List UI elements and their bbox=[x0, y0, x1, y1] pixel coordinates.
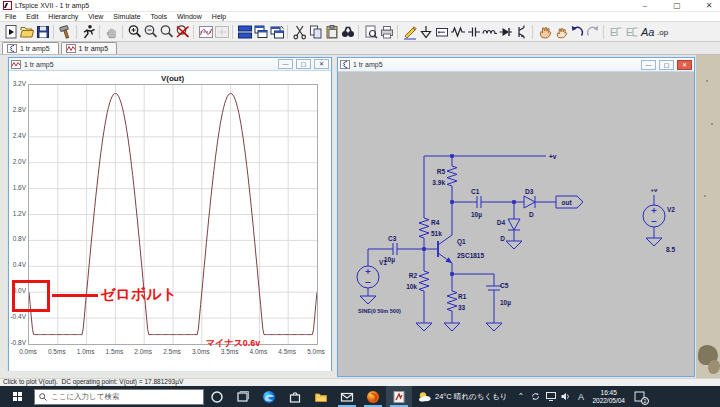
open-icon[interactable] bbox=[19, 24, 35, 40]
label-c3-name[interactable]: C3 bbox=[388, 235, 397, 242]
label-v1-name[interactable]: V1 bbox=[379, 259, 387, 266]
ground-icon[interactable] bbox=[418, 24, 434, 40]
tray-chevron-up-icon[interactable]: ⌃ bbox=[513, 386, 528, 407]
minimize-button[interactable]: – bbox=[634, 0, 656, 11]
diode-icon[interactable] bbox=[498, 24, 514, 40]
drag-icon[interactable] bbox=[553, 24, 569, 40]
schematic-window-titlebar[interactable]: 1 tr amp5 — ▢ ✕ bbox=[338, 58, 694, 72]
menu-item-file[interactable]: File bbox=[0, 12, 21, 21]
schematic-canvas[interactable]: out+v+vR53.9kR451kR210kR133C310µC110µC51… bbox=[338, 72, 694, 376]
menu-item-hierarchy[interactable]: Hierarchy bbox=[43, 12, 83, 21]
cascade-windows-icon[interactable] bbox=[253, 24, 269, 40]
label-r2-name[interactable]: R2 bbox=[409, 272, 418, 279]
wire-icon[interactable] bbox=[402, 24, 418, 40]
plot-pane[interactable]: V(out) 3.2V2.8V2.4V2.0V1.6V1.2V0.8V0.4V0… bbox=[9, 71, 331, 371]
waveform-close-button[interactable]: ✕ bbox=[314, 59, 329, 69]
copy-icon[interactable] bbox=[308, 24, 324, 40]
menu-item-view[interactable]: View bbox=[83, 12, 108, 21]
taskbar-app-mail[interactable] bbox=[334, 386, 360, 407]
label-d3-name[interactable]: D3 bbox=[525, 188, 534, 195]
run-icon[interactable] bbox=[81, 24, 97, 40]
paste-icon[interactable] bbox=[324, 24, 340, 40]
net-label-rail[interactable]: +v bbox=[549, 153, 557, 160]
label-c1-name[interactable]: C1 bbox=[471, 188, 480, 195]
net-label-v2[interactable]: +v bbox=[651, 187, 659, 193]
label-d4-name[interactable]: D4 bbox=[497, 219, 506, 226]
start-button[interactable] bbox=[0, 386, 34, 407]
label-q1-name[interactable]: Q1 bbox=[457, 238, 466, 246]
waveform-maximize-button[interactable]: ▢ bbox=[296, 59, 311, 69]
menu-item-help[interactable]: Help bbox=[207, 12, 231, 21]
label-r5-name[interactable]: R5 bbox=[437, 168, 446, 175]
label-r1-value[interactable]: 33 bbox=[458, 304, 466, 311]
taskbar-app-firefox[interactable] bbox=[360, 386, 386, 407]
label-c5-value[interactable]: 10µ bbox=[500, 299, 511, 307]
find-icon[interactable] bbox=[340, 24, 356, 40]
spice-directive-icon[interactable]: .op bbox=[656, 24, 672, 40]
tray-network-icon[interactable] bbox=[543, 386, 558, 407]
label-r5-value[interactable]: 3.9k bbox=[432, 179, 445, 186]
taskbar-app-edge[interactable] bbox=[256, 386, 282, 407]
net-label-out[interactable]: out bbox=[561, 199, 572, 206]
label-v2-name[interactable]: V2 bbox=[667, 206, 675, 213]
menu-item-edit[interactable]: Edit bbox=[21, 12, 43, 21]
label-r2-value[interactable]: 10k bbox=[406, 283, 417, 290]
label-r4-name[interactable]: R4 bbox=[431, 219, 440, 226]
bjt-icon[interactable] bbox=[514, 24, 530, 40]
inductor-icon[interactable] bbox=[482, 24, 498, 40]
tray-volume-icon[interactable] bbox=[558, 386, 573, 407]
label-r4-value[interactable]: 51k bbox=[431, 230, 442, 237]
label-d3-value[interactable]: D bbox=[529, 211, 534, 218]
new-schematic-icon[interactable] bbox=[3, 24, 19, 40]
zoom-in-icon[interactable] bbox=[127, 24, 143, 40]
taskbar-app-ltspice[interactable] bbox=[386, 386, 412, 407]
net-label-icon[interactable] bbox=[434, 24, 450, 40]
move-icon[interactable] bbox=[537, 24, 553, 40]
save-icon[interactable] bbox=[35, 24, 51, 40]
schematic-maximize-button[interactable]: ▢ bbox=[659, 60, 674, 70]
label-c1-value[interactable]: 10µ bbox=[471, 211, 482, 219]
label-c5-name[interactable]: C5 bbox=[500, 282, 509, 289]
taskbar-app-task-view[interactable] bbox=[230, 386, 256, 407]
zoom-out-icon[interactable] bbox=[143, 24, 159, 40]
schematic-minimize-button[interactable]: — bbox=[641, 60, 656, 70]
capacitor-icon[interactable] bbox=[466, 24, 482, 40]
taskbar-app-store[interactable] bbox=[282, 386, 308, 407]
menu-item-tools[interactable]: Tools bbox=[146, 12, 172, 21]
fade-e1-icon[interactable]: E bbox=[608, 24, 624, 40]
redo-icon[interactable] bbox=[585, 24, 601, 40]
undo-icon[interactable] bbox=[569, 24, 585, 40]
resistor-icon[interactable] bbox=[450, 24, 466, 40]
search-input[interactable]: ここに入力して検索 bbox=[34, 389, 204, 405]
zoom-back-icon[interactable] bbox=[159, 24, 175, 40]
zoom-full-icon[interactable] bbox=[175, 24, 191, 40]
waveform-window-titlebar[interactable]: 1 tr amp5 — ▢ ✕ bbox=[9, 58, 331, 71]
text-icon[interactable]: Aa bbox=[640, 24, 656, 40]
taskbar-app-cortana[interactable] bbox=[204, 386, 230, 407]
close-button[interactable]: ✕ bbox=[698, 0, 720, 11]
control-panel-icon[interactable] bbox=[58, 24, 74, 40]
taskbar-clock[interactable]: 16:45 2022/05/04 bbox=[588, 389, 629, 405]
cut-icon[interactable] bbox=[292, 24, 308, 40]
print-icon[interactable] bbox=[379, 24, 395, 40]
taskbar-app-file-explorer[interactable] bbox=[308, 386, 334, 407]
ime-indicator[interactable]: A bbox=[573, 386, 588, 407]
label-r1-name[interactable]: R1 bbox=[458, 293, 467, 300]
weather-widget[interactable]: 24°C 晴れのちくもり bbox=[412, 391, 513, 402]
menu-item-window[interactable]: Window bbox=[172, 12, 207, 21]
action-center-button[interactable]: 2 bbox=[629, 386, 651, 407]
label-d4-value[interactable]: D bbox=[500, 235, 505, 242]
schematic-close-button[interactable]: ✕ bbox=[677, 60, 692, 70]
tab-1-tr-amp5-0[interactable]: 1 tr amp5 bbox=[2, 42, 59, 54]
label-v2-value[interactable]: 8.5 bbox=[666, 246, 675, 253]
tile-windows-icon[interactable] bbox=[237, 24, 253, 40]
tray-sync-icon[interactable] bbox=[528, 386, 543, 407]
autorange-icon[interactable] bbox=[198, 24, 214, 40]
trace-name-label[interactable]: V(out) bbox=[28, 74, 317, 83]
maximize-button[interactable]: ▢ bbox=[666, 0, 688, 11]
halt-icon[interactable] bbox=[104, 24, 120, 40]
print-preview-icon[interactable] bbox=[363, 24, 379, 40]
tab-1-tr-amp5-1[interactable]: 1 tr amp5 bbox=[61, 42, 118, 54]
menu-item-simulate[interactable]: Simulate bbox=[108, 12, 145, 21]
label-v1-value[interactable]: SINE(0 50m 500) bbox=[358, 308, 401, 314]
